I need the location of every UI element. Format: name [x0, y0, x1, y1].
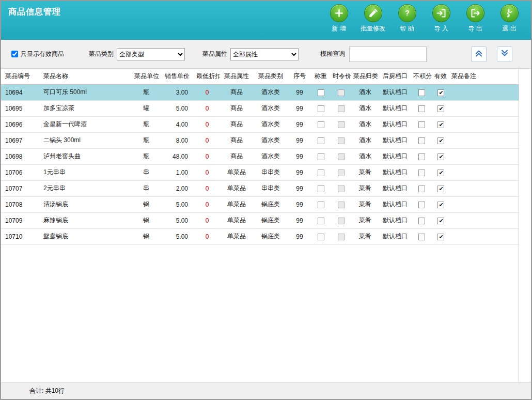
nopoints-checkbox[interactable] — [418, 105, 425, 112]
property-select[interactable]: 全部属性 — [230, 48, 299, 60]
column-header-station[interactable]: 后厨档口 — [379, 69, 411, 84]
show-valid-checkbox[interactable] — [11, 51, 18, 57]
table-row[interactable]: 10695加多宝凉茶罐5.000商品酒水类99酒水默认档口 — [1, 100, 519, 116]
nopoints-checkbox[interactable] — [418, 170, 425, 176]
cell-name: 2元串串 — [41, 180, 132, 196]
cell-price: 5.00 — [160, 100, 194, 116]
cell-code: 10710 — [1, 228, 41, 244]
toolbar-button-export[interactable]: 导 出 — [461, 4, 490, 33]
column-header-nopoints[interactable]: 不积分 — [411, 69, 432, 84]
toolbar-button-exit[interactable]: 退 出 — [495, 4, 524, 33]
weigh-checkbox[interactable] — [318, 105, 324, 112]
weigh-checkbox[interactable] — [318, 153, 324, 160]
cell-property: 单菜品 — [220, 164, 253, 180]
cell-unit: 锅 — [132, 212, 160, 228]
table-row[interactable]: 107061元串串串1.000单菜品串串类99菜肴默认档口 — [1, 164, 519, 180]
valid-checkbox[interactable] — [437, 234, 444, 240]
seasonal-checkbox[interactable] — [338, 186, 345, 192]
seasonal-checkbox[interactable] — [338, 89, 345, 96]
column-header-unit[interactable]: 菜品单位 — [132, 69, 160, 84]
double-chevron-down-icon — [500, 49, 509, 59]
weigh-checkbox[interactable] — [318, 89, 324, 96]
toolbar-button-new[interactable]: 新 增 — [324, 4, 353, 33]
seasonal-checkbox[interactable] — [338, 137, 345, 144]
cell-category: 串串类 — [253, 164, 288, 180]
table-row[interactable]: 10694可口可乐 500ml瓶3.000商品酒水类99酒水默认档口 — [1, 84, 519, 100]
nopoints-checkbox[interactable] — [418, 153, 425, 160]
weigh-checkbox[interactable] — [318, 234, 324, 240]
valid-checkbox[interactable] — [437, 89, 444, 96]
search-input[interactable] — [349, 47, 427, 62]
cell-property: 商品 — [220, 148, 253, 164]
table-row[interactable]: 10708清汤锅底锅5.000单菜品锅底类99菜肴默认档口 — [1, 196, 519, 212]
show-valid-only-toggle[interactable]: 只显示有效商品 — [11, 50, 64, 58]
nopoints-checkbox[interactable] — [418, 89, 425, 96]
weigh-checkbox[interactable] — [318, 137, 324, 144]
cell-price: 4.00 — [160, 116, 194, 132]
seasonal-checkbox[interactable] — [338, 121, 345, 128]
nopoints-checkbox[interactable] — [418, 186, 425, 192]
category-select[interactable]: 全部类型 — [117, 48, 185, 60]
column-header-property[interactable]: 菜品属性 — [220, 69, 253, 84]
seasonal-checkbox[interactable] — [338, 218, 345, 224]
table-row[interactable]: 10697二锅头 300ml瓶8.000商品酒水类99酒水默认档口 — [1, 132, 519, 148]
valid-checkbox[interactable] — [437, 121, 444, 128]
table-row[interactable]: 10709麻辣锅底锅5.000单菜品锅底类99菜肴默认档口 — [1, 212, 519, 228]
toolbar-button-help[interactable]: ?帮 助 — [393, 4, 421, 33]
cell-code: 10707 — [1, 180, 41, 196]
nopoints-checkbox[interactable] — [418, 202, 425, 208]
column-header-name[interactable]: 菜品名称 — [41, 69, 132, 84]
seasonal-checkbox[interactable] — [338, 202, 345, 208]
weigh-checkbox[interactable] — [318, 186, 324, 192]
scroll-to-top-button[interactable] — [471, 47, 487, 62]
valid-checkbox[interactable] — [437, 218, 444, 224]
column-header-discount[interactable]: 最低折扣 — [194, 69, 220, 84]
grid-area: 菜品编号菜品名称菜品单位销售单价最低折扣菜品属性菜品类别序号称重时令价菜品归类后… — [1, 69, 531, 382]
column-header-seasonal[interactable]: 时令价 — [331, 69, 351, 84]
cell-code: 10698 — [1, 148, 41, 164]
seasonal-checkbox[interactable] — [338, 153, 345, 160]
cell-code: 10697 — [1, 132, 41, 148]
column-header-note[interactable]: 菜品备注 — [449, 69, 519, 84]
seasonal-checkbox[interactable] — [338, 105, 345, 112]
column-header-weigh[interactable]: 称重 — [311, 69, 331, 84]
cell-name: 1元串串 — [41, 164, 132, 180]
cell-nopoints — [411, 100, 432, 116]
cell-property: 商品 — [220, 116, 253, 132]
weigh-checkbox[interactable] — [318, 170, 324, 176]
valid-checkbox[interactable] — [437, 186, 444, 192]
nopoints-checkbox[interactable] — [418, 218, 425, 224]
table-row[interactable]: 10698泸州老窖头曲瓶48.000商品酒水类99酒水默认档口 — [1, 148, 519, 164]
seasonal-checkbox[interactable] — [338, 234, 345, 240]
column-header-code[interactable]: 菜品编号 — [1, 69, 41, 84]
table-row[interactable]: 10710鸳鸯锅底锅5.000单菜品锅底类99菜肴默认档口 — [1, 228, 519, 244]
nopoints-checkbox[interactable] — [418, 121, 425, 128]
column-header-valid[interactable]: 有效 — [432, 69, 449, 84]
table-row[interactable]: 10696金星新一代啤酒瓶4.000商品酒水类99酒水默认档口 — [1, 116, 519, 132]
valid-checkbox[interactable] — [437, 137, 444, 144]
column-header-price[interactable]: 销售单价 — [160, 69, 194, 84]
nopoints-checkbox[interactable] — [418, 137, 425, 144]
column-header-group[interactable]: 菜品归类 — [351, 69, 379, 84]
nopoints-checkbox[interactable] — [418, 234, 425, 240]
cell-name: 清汤锅底 — [41, 196, 132, 212]
valid-checkbox[interactable] — [437, 202, 444, 208]
cell-property: 商品 — [220, 100, 253, 116]
plus-icon — [330, 4, 348, 22]
table-row[interactable]: 107072元串串串2.000单菜品串串类99菜肴默认档口 — [1, 180, 519, 196]
column-header-seq[interactable]: 序号 — [288, 69, 311, 84]
seasonal-checkbox[interactable] — [338, 170, 345, 176]
valid-checkbox[interactable] — [437, 105, 444, 112]
weigh-checkbox[interactable] — [318, 121, 324, 128]
weigh-checkbox[interactable] — [318, 218, 324, 224]
cell-code: 10708 — [1, 196, 41, 212]
scroll-to-bottom-button[interactable] — [497, 47, 512, 62]
toolbar-button-batch-edit[interactable]: 批量修改 — [358, 4, 387, 33]
weigh-checkbox[interactable] — [318, 202, 324, 208]
valid-checkbox[interactable] — [437, 153, 444, 160]
cell-note — [449, 116, 519, 132]
cell-nopoints — [411, 212, 432, 228]
column-header-category[interactable]: 菜品类别 — [253, 69, 288, 84]
valid-checkbox[interactable] — [437, 170, 444, 176]
toolbar-button-import[interactable]: 导 入 — [427, 4, 456, 33]
